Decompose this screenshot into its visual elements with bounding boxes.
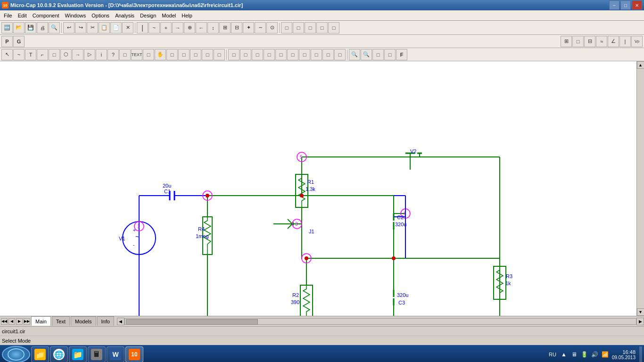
show-desktop-btn[interactable] bbox=[639, 346, 642, 362]
tab-info[interactable]: Info bbox=[97, 316, 114, 326]
signal-icon[interactable]: 📶 bbox=[601, 350, 610, 359]
misc14-btn[interactable]: □ bbox=[311, 49, 322, 60]
menu-item-options[interactable]: Options bbox=[89, 12, 112, 19]
box5-btn[interactable]: □ bbox=[328, 22, 339, 33]
hscroll-thumb[interactable] bbox=[126, 319, 258, 325]
delete-btn[interactable]: ✕ bbox=[122, 22, 133, 33]
tri-btn[interactable]: ▷ bbox=[84, 49, 95, 60]
t2-btn[interactable]: □ bbox=[572, 36, 584, 47]
misc6-btn[interactable]: □ bbox=[214, 49, 225, 60]
zoom-in2-btn[interactable]: 🔍 bbox=[349, 49, 360, 60]
menu-item-design[interactable]: Design bbox=[137, 12, 159, 19]
wave-btn[interactable]: ∼ bbox=[255, 22, 266, 33]
star-btn[interactable]: ✦ bbox=[243, 22, 254, 33]
tab-prev-btn[interactable]: ◀ bbox=[8, 318, 15, 325]
taskbar-explorer[interactable]: 📁 bbox=[31, 346, 49, 362]
clock[interactable]: 16:48 09.05.2013 bbox=[612, 349, 636, 360]
misc2-btn[interactable]: □ bbox=[166, 49, 178, 60]
open-btn[interactable]: 📂 bbox=[13, 22, 25, 33]
minimize-button[interactable]: − bbox=[609, 0, 619, 10]
box2-btn[interactable]: □ bbox=[293, 22, 304, 33]
hscroll-track[interactable] bbox=[124, 318, 636, 325]
menu-item-file[interactable]: File bbox=[1, 12, 15, 19]
tab-main[interactable]: Main bbox=[31, 316, 51, 326]
misc8-btn[interactable]: □ bbox=[240, 49, 251, 60]
info-btn[interactable]: i bbox=[96, 49, 107, 60]
f-btn[interactable]: F bbox=[396, 49, 407, 60]
network-icon[interactable]: 🖥 bbox=[570, 350, 579, 359]
volume-icon[interactable]: 🔊 bbox=[590, 350, 600, 359]
box4-btn[interactable]: □ bbox=[316, 22, 328, 33]
text-btn[interactable]: T bbox=[25, 49, 36, 60]
taskbar-microcap[interactable]: 10 bbox=[125, 346, 143, 362]
menu-item-analysis[interactable]: Analysis bbox=[112, 12, 137, 19]
paste-btn[interactable]: 📄 bbox=[110, 22, 122, 33]
menu-item-model[interactable]: Model bbox=[159, 12, 179, 19]
hscroll-left-btn[interactable]: ◀ bbox=[117, 318, 124, 325]
misc9-btn[interactable]: □ bbox=[252, 49, 263, 60]
misc18-btn[interactable]: □ bbox=[384, 49, 396, 60]
menu-item-help[interactable]: Help bbox=[179, 12, 195, 19]
arrow-btn[interactable]: → bbox=[72, 49, 83, 60]
wire-btn[interactable]: | bbox=[137, 22, 148, 33]
battery-icon[interactable]: 🔋 bbox=[580, 350, 589, 359]
misc17-btn[interactable]: □ bbox=[372, 49, 384, 60]
menu-item-edit[interactable]: Edit bbox=[15, 12, 30, 19]
ac2-btn[interactable]: ⊕ bbox=[184, 22, 195, 33]
misc12-btn[interactable]: □ bbox=[287, 49, 298, 60]
misc7-btn[interactable]: □ bbox=[228, 49, 239, 60]
cut-btn[interactable]: ✂ bbox=[87, 22, 98, 33]
hand-btn[interactable]: ✋ bbox=[155, 49, 166, 60]
taskbar-chrome[interactable]: 🌐 bbox=[50, 346, 68, 362]
trans-btn[interactable]: → bbox=[172, 22, 183, 33]
tab-next-btn[interactable]: ▶ bbox=[16, 318, 23, 325]
updown-btn[interactable]: ↕ bbox=[207, 22, 219, 33]
maximize-button[interactable]: □ bbox=[620, 0, 631, 10]
undo-btn[interactable]: ↩ bbox=[63, 22, 74, 33]
vp-btn[interactable]: Vp bbox=[631, 36, 643, 47]
select-btn[interactable]: ↖ bbox=[1, 49, 13, 60]
misc5-btn[interactable]: □ bbox=[202, 49, 213, 60]
new-btn[interactable]: 🆕 bbox=[1, 22, 13, 33]
misc15-btn[interactable]: □ bbox=[322, 49, 334, 60]
g-btn[interactable]: G bbox=[13, 36, 25, 47]
zoom-btn[interactable]: 🔍 bbox=[49, 22, 60, 33]
box3-btn[interactable]: □ bbox=[305, 22, 316, 33]
taskbar-word[interactable]: W bbox=[107, 346, 124, 362]
help-btn[interactable]: ? bbox=[107, 49, 119, 60]
ac-btn[interactable]: ~ bbox=[149, 22, 160, 33]
hex-btn[interactable]: ⬡ bbox=[60, 49, 72, 60]
up-arrow-icon[interactable]: ▲ bbox=[559, 350, 569, 359]
dot-btn[interactable]: ⊙ bbox=[266, 22, 278, 33]
box1-btn[interactable]: □ bbox=[281, 22, 292, 33]
misc10-btn[interactable]: □ bbox=[264, 49, 275, 60]
angle-btn[interactable]: ⌐ bbox=[37, 49, 48, 60]
tab-last-btn[interactable]: ▶▶ bbox=[24, 318, 30, 325]
tab-first-btn[interactable]: ◀◀ bbox=[1, 318, 8, 325]
misc1-btn[interactable]: □ bbox=[143, 49, 154, 60]
zoom-out2-btn[interactable]: 🔍 bbox=[361, 49, 372, 60]
comp-btn[interactable]: □ bbox=[119, 49, 131, 60]
zoom-out-btn[interactable]: ⊟ bbox=[231, 22, 242, 33]
misc11-btn[interactable]: □ bbox=[275, 49, 287, 60]
menu-item-windows[interactable]: Windows bbox=[62, 12, 89, 19]
hscroll-right-btn[interactable]: ▶ bbox=[636, 318, 644, 325]
misc16-btn[interactable]: □ bbox=[334, 49, 346, 60]
tab-text[interactable]: Text bbox=[52, 316, 70, 326]
vertical-scrollbar[interactable]: ▲ ▼ bbox=[636, 61, 644, 316]
left-btn[interactable]: ← bbox=[196, 22, 207, 33]
redo-btn[interactable]: ↪ bbox=[75, 22, 86, 33]
scroll-down-btn[interactable]: ▼ bbox=[637, 308, 644, 316]
print-btn[interactable]: 🖨 bbox=[37, 22, 48, 33]
t3-btn[interactable]: ⊟ bbox=[584, 36, 595, 47]
taskbar-calculator[interactable]: 🖩 bbox=[88, 346, 106, 362]
close-button[interactable]: ✕ bbox=[632, 0, 642, 10]
wave2-btn[interactable]: ~ bbox=[13, 49, 25, 60]
taskbar-explorer2[interactable]: 📁 bbox=[69, 346, 87, 362]
start-button[interactable] bbox=[2, 346, 30, 362]
text2-btn[interactable]: TEXT bbox=[131, 49, 142, 60]
dc-btn[interactable]: + bbox=[160, 22, 172, 33]
scroll-up-btn[interactable]: ▲ bbox=[637, 61, 644, 69]
misc13-btn[interactable]: □ bbox=[299, 49, 310, 60]
canvas-area[interactable]: ~ + - V1 20u C1 R4 1meg bbox=[0, 61, 636, 316]
